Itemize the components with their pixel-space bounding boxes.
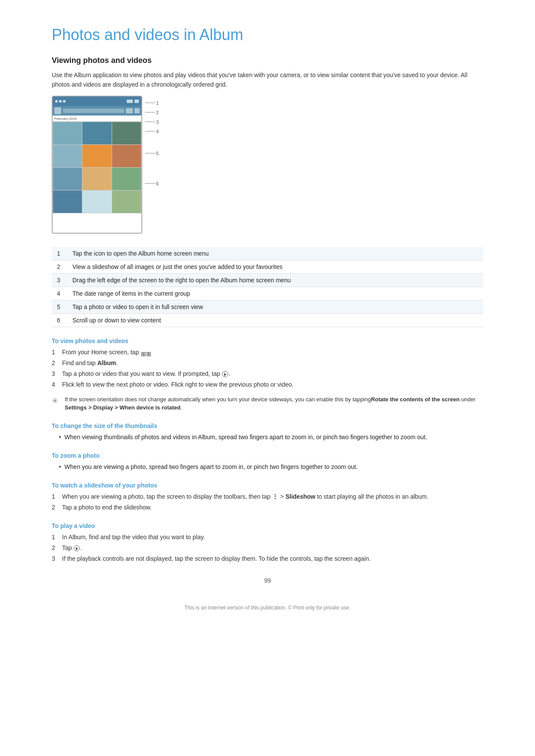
- step-item: 2 Find and tap Album.: [52, 359, 483, 368]
- row-number: 6: [52, 313, 67, 327]
- subsection-view: To view photos and videos 1 From your Ho…: [52, 337, 483, 412]
- device-mockup: February 2016: [52, 96, 142, 235]
- table-row: 3Drag the left edge of the screen to the…: [52, 273, 483, 287]
- month-label: February 2016: [53, 116, 141, 122]
- subsection-view-title: To view photos and videos: [52, 337, 483, 344]
- bullet-text: When viewing thumbnails of photos and vi…: [65, 433, 427, 442]
- step-item: 4 Flick left to view the next photo or v…: [52, 380, 483, 389]
- row-text: Scroll up or down to view content: [67, 313, 483, 327]
- slideshow-steps-list: 1 When you are viewing a photo, tap the …: [52, 492, 483, 512]
- tip-icon: ✳: [52, 396, 61, 406]
- subsection-thumbnails: To change the size of the thumbnails Whe…: [52, 422, 483, 442]
- section-heading: Viewing photos and videos: [52, 56, 483, 65]
- step-item: 2 Tap a photo to end the slideshow.: [52, 503, 483, 512]
- subsection-video: To play a video 1 In Album, find and tap…: [52, 522, 483, 563]
- subsection-zoom: To zoom a photo When you are viewing a p…: [52, 452, 483, 472]
- subsection-video-title: To play a video: [52, 522, 483, 529]
- row-number: 2: [52, 260, 67, 273]
- row-text: Drag the left edge of the screen to the …: [67, 273, 483, 287]
- row-number: 5: [52, 300, 67, 313]
- tip-text: If the screen orientation does not chang…: [65, 395, 483, 412]
- row-number: 4: [52, 287, 67, 300]
- step-item: 1 In Album, find and tap the video that …: [52, 533, 483, 542]
- tip-box: ✳ If the screen orientation does not cha…: [52, 395, 483, 412]
- page-title: Photos and videos in Album: [52, 26, 483, 44]
- row-text: Tap a photo or video to open it in full …: [67, 300, 483, 313]
- apps-icon: ⊞: [141, 350, 147, 356]
- table-row: 5Tap a photo or video to open it in full…: [52, 300, 483, 313]
- page-number: 99: [52, 577, 483, 584]
- subsection-thumbnails-title: To change the size of the thumbnails: [52, 422, 483, 429]
- menu-dots-icon: ⋮: [272, 493, 278, 500]
- table-row: 4The date range of items in the current …: [52, 287, 483, 300]
- step-item: 2 Tap .: [52, 544, 483, 553]
- subsection-slideshow-title: To watch a slideshow of your photos: [52, 482, 483, 489]
- row-text: Tap the icon to open the Album home scre…: [67, 247, 483, 260]
- play-icon: [74, 545, 80, 551]
- section-intro: Use the Album application to view photos…: [52, 70, 483, 90]
- play-icon: [222, 371, 228, 377]
- row-number: 3: [52, 273, 67, 287]
- bullet-text: When you are viewing a photo, spread two…: [65, 462, 358, 472]
- row-text: View a slideshow of all images or just t…: [67, 260, 483, 273]
- table-row: 6Scroll up or down to view content: [52, 313, 483, 327]
- footer: This is an Internet version of this publ…: [52, 605, 483, 611]
- view-steps-list: 1 From your Home screen, tap ⊞. 2 Find a…: [52, 348, 483, 389]
- zoom-bullets: When you are viewing a photo, spread two…: [59, 462, 483, 472]
- row-number: 1: [52, 247, 67, 260]
- bullet-item: When you are viewing a photo, spread two…: [59, 462, 483, 472]
- step-item: 1 When you are viewing a photo, tap the …: [52, 492, 483, 501]
- bullet-item: When viewing thumbnails of photos and vi…: [59, 433, 483, 442]
- feature-table: 1Tap the icon to open the Album home scr…: [52, 247, 483, 327]
- row-text: The date range of items in the current g…: [67, 287, 483, 300]
- step-item: 3 If the playback controls are not displ…: [52, 554, 483, 563]
- table-row: 1Tap the icon to open the Album home scr…: [52, 247, 483, 260]
- subsection-zoom-title: To zoom a photo: [52, 452, 483, 459]
- photo-grid: [53, 122, 141, 213]
- video-steps-list: 1 In Album, find and tap the video that …: [52, 533, 483, 563]
- main-section: Viewing photos and videos Use the Album …: [52, 56, 483, 327]
- step-item: 1 From your Home screen, tap ⊞.: [52, 348, 483, 357]
- step-item: 3 Tap a photo or video that you want to …: [52, 369, 483, 378]
- subsection-slideshow: To watch a slideshow of your photos 1 Wh…: [52, 482, 483, 512]
- table-row: 2View a slideshow of all images or just …: [52, 260, 483, 273]
- thumbnails-bullets: When viewing thumbnails of photos and vi…: [59, 433, 483, 442]
